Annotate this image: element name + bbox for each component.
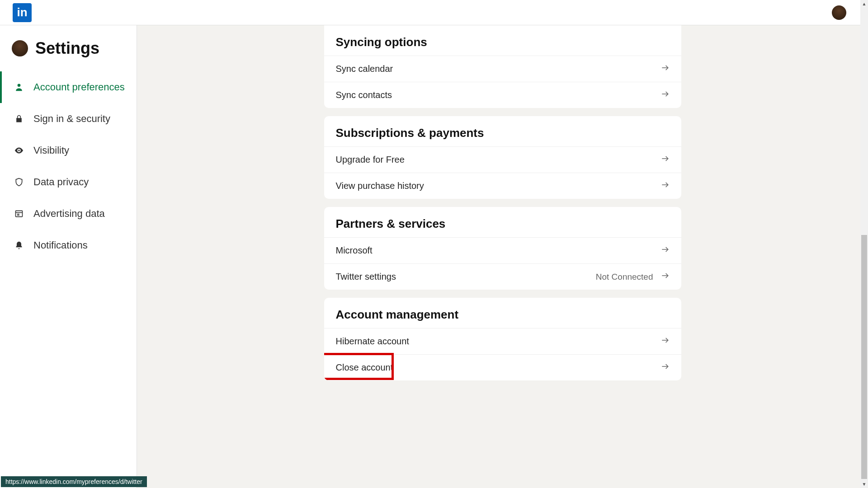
arrow-right-icon [660,63,670,75]
sidebar-item-account-preferences[interactable]: Account preferences [0,71,137,103]
row-sync-calendar[interactable]: Sync calendar [324,56,681,82]
bell-icon [14,240,24,251]
linkedin-logo[interactable]: in [13,3,32,22]
card-title: Account management [324,298,681,328]
logo-text: in [17,5,27,19]
sidebar-item-label: Data privacy [33,176,89,188]
row-label: Sync calendar [336,64,393,74]
card-title: Partners & services [324,207,681,237]
card-subscriptions-payments: Subscriptions & payments Upgrade for Fre… [324,116,681,199]
lock-icon [14,113,24,124]
sidebar-item-visibility[interactable]: Visibility [0,135,137,166]
arrow-right-icon [660,245,670,256]
page-title: Settings [35,39,99,58]
row-label: Microsoft [336,245,373,256]
sidebar-item-label: Notifications [33,239,88,251]
shield-icon [14,177,24,188]
sidebar: Settings Account preferences Sign in & s… [0,25,137,488]
card-partners-services: Partners & services Microsoft Twitter se… [324,207,681,290]
arrow-right-icon [660,154,670,165]
sidebar-item-label: Account preferences [33,81,125,93]
row-label: Upgrade for Free [336,155,405,165]
arrow-right-icon [660,336,670,347]
row-twitter-settings[interactable]: Twitter settings Not Connected [324,263,681,290]
newspaper-icon [14,208,24,219]
row-close-account[interactable]: Close account [324,354,681,380]
avatar[interactable] [832,5,846,20]
row-hibernate-account[interactable]: Hibernate account [324,328,681,354]
scroll-up-arrow-icon[interactable]: ▲ [860,0,868,8]
status-bar-url: https://www.linkedin.com/mypreferences/d… [1,476,147,487]
svg-point-1 [18,150,20,151]
row-sync-contacts[interactable]: Sync contacts [324,82,681,108]
row-view-purchase-history[interactable]: View purchase history [324,173,681,199]
scrollbar[interactable]: ▲ ▼ [860,0,868,488]
top-bar: in [0,0,868,25]
row-microsoft[interactable]: Microsoft [324,237,681,263]
scroll-down-arrow-icon[interactable]: ▼ [860,480,868,488]
card-syncing-options: Syncing options Sync calendar Sync conta… [324,25,681,108]
card-title: Subscriptions & payments [324,116,681,146]
row-upgrade-for-free[interactable]: Upgrade for Free [324,146,681,173]
sidebar-item-notifications[interactable]: Notifications [0,230,137,261]
card-account-management: Account management Hibernate account Clo… [324,298,681,380]
arrow-right-icon [660,180,670,192]
arrow-right-icon [660,89,670,101]
sidebar-item-data-privacy[interactable]: Data privacy [0,166,137,198]
sidebar-item-label: Advertising data [33,208,105,220]
row-label: Hibernate account [336,336,409,347]
sidebar-item-advertising-data[interactable]: Advertising data [0,198,137,230]
sidebar-item-label: Visibility [33,145,69,156]
arrow-right-icon [660,362,670,373]
svg-point-0 [18,84,21,87]
scroll-thumb[interactable] [861,235,867,479]
sidebar-item-label: Sign in & security [33,113,110,125]
main-content: Syncing options Sync calendar Sync conta… [137,25,868,488]
sidebar-header: Settings [0,39,137,71]
row-label: Close account [336,362,393,373]
avatar[interactable] [12,40,28,56]
person-icon [14,82,24,93]
row-label: View purchase history [336,181,424,191]
row-status: Not Connected [596,272,653,282]
content-column: Syncing options Sync calendar Sync conta… [324,25,681,380]
arrow-right-icon [660,271,670,282]
card-title: Syncing options [324,25,681,56]
eye-icon [14,145,24,156]
row-label: Twitter settings [336,272,396,282]
sidebar-item-signin-security[interactable]: Sign in & security [0,103,137,135]
row-label: Sync contacts [336,90,392,100]
